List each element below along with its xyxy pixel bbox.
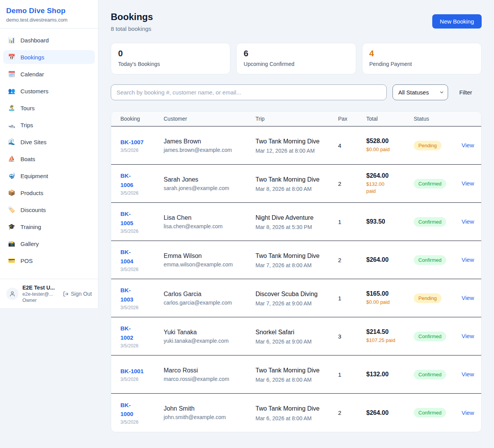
- view-link[interactable]: View: [462, 295, 474, 301]
- sidebar-item-label: Boats: [20, 156, 35, 162]
- sidebar-item-bookings[interactable]: 📅 Bookings: [3, 50, 95, 64]
- customer-name: Marco Rossi: [164, 367, 249, 374]
- user-role: Owner: [22, 298, 59, 303]
- credit-card-icon: 💳: [8, 257, 15, 264]
- sidebar-item-tours[interactable]: 🏝️ Tours: [3, 101, 95, 115]
- customer-name: Sarah Jones: [164, 176, 249, 183]
- view-link[interactable]: View: [462, 333, 474, 339]
- search-input[interactable]: [111, 84, 387, 100]
- view-link[interactable]: View: [462, 218, 474, 225]
- status-cell: Confirmed: [414, 255, 462, 265]
- booking-id-link[interactable]: BK-1000: [120, 401, 157, 419]
- sidebar-item-label: Dive Sites: [20, 139, 47, 145]
- user-email: e2e-tester@...: [22, 291, 59, 297]
- status-select[interactable]: All Statuses: [392, 84, 448, 100]
- column-header-customer: Customer: [164, 116, 255, 122]
- booking-id-link[interactable]: BK-1006: [120, 171, 157, 189]
- status-cell: Confirmed: [414, 179, 462, 189]
- booking-id-link[interactable]: BK-1004: [120, 248, 157, 266]
- booking-date: 3/5/2026: [120, 190, 157, 196]
- status-badge: Confirmed: [414, 408, 446, 418]
- customer-name: Emma Wilson: [164, 253, 249, 259]
- paid-amount: $107.25 paid: [366, 337, 397, 344]
- sign-out-button[interactable]: Sign Out: [63, 291, 92, 297]
- stat-value: 0: [118, 49, 223, 59]
- booking-date: 3/5/2026: [120, 148, 157, 153]
- paid-amount: $0.00 paid: [366, 146, 397, 153]
- sidebar-item-label: Training: [20, 224, 41, 230]
- actions-cell: View: [462, 256, 480, 263]
- booking-id-link[interactable]: BK-1005: [120, 209, 157, 227]
- booking-id-link[interactable]: BK-1002: [120, 324, 157, 342]
- sidebar-item-label: Customers: [20, 88, 49, 94]
- total-amount: $264.00: [366, 172, 408, 179]
- trip-name: Night Dive Adventure: [255, 213, 322, 222]
- paid-amount: $0.00 paid: [366, 299, 397, 306]
- trip-cell: Discover Scuba Diving Mar 7, 2026 at 9:0…: [255, 290, 338, 307]
- view-link[interactable]: View: [462, 180, 474, 187]
- status-select-wrap: All Statuses: [392, 84, 448, 100]
- customer-cell: Sarah Jones sarah.jones@example.com: [164, 176, 255, 191]
- sidebar-item-label: Tours: [20, 105, 35, 111]
- booking-cell: BK-1002 3/5/2026: [120, 324, 164, 349]
- booking-cell: BK-1003 3/5/2026: [120, 286, 164, 310]
- actions-cell: View: [462, 409, 480, 416]
- stat-label: Upcoming Confirmed: [244, 61, 349, 67]
- package-icon: 📦: [8, 189, 15, 196]
- sidebar-item-pos[interactable]: 💳 POS: [3, 254, 95, 268]
- total-amount: $93.50: [366, 218, 408, 225]
- booking-id-link[interactable]: BK-1003: [120, 286, 157, 304]
- trip-datetime: Mar 12, 2026 at 8:00 AM: [255, 148, 332, 154]
- new-booking-button[interactable]: New Booking: [432, 14, 482, 29]
- stat-value: 4: [369, 49, 474, 59]
- pax-cell: 3: [338, 333, 366, 340]
- trip-datetime: Mar 7, 2026 at 8:00 AM: [255, 262, 332, 268]
- view-link[interactable]: View: [462, 371, 474, 377]
- sidebar-item-label: Calendar: [20, 71, 44, 77]
- customer-cell: Lisa Chen lisa.chen@example.com: [164, 214, 255, 229]
- sidebar-item-label: Discounts: [20, 207, 46, 213]
- booking-date: 3/5/2026: [120, 229, 157, 234]
- sidebar-item-dive-sites[interactable]: 🌊 Dive Sites: [3, 135, 95, 149]
- trip-cell: Two Tank Morning Dive Mar 8, 2026 at 8:0…: [255, 175, 338, 192]
- sidebar-item-equipment[interactable]: 🤿 Equipment: [3, 169, 95, 183]
- table-row: BK-1003 3/5/2026 Carlos Garcia carlos.ga…: [111, 279, 481, 317]
- stat-label: Pending Payment: [369, 61, 474, 67]
- sidebar-item-dashboard[interactable]: 📊 Dashboard: [3, 33, 95, 47]
- status-cell: Pending: [414, 293, 462, 303]
- sidebar-item-discounts[interactable]: 🏷️ Discounts: [3, 203, 95, 217]
- page-header: Bookings 8 total bookings New Booking: [111, 12, 482, 32]
- filter-button[interactable]: Filter: [454, 86, 477, 99]
- table-row: BK-1002 3/5/2026 Yuki Tanaka yuki.tanaka…: [111, 317, 481, 355]
- actions-cell: View: [462, 333, 480, 340]
- view-link[interactable]: View: [462, 256, 474, 263]
- sidebar-item-gallery[interactable]: 📸 Gallery: [3, 237, 95, 251]
- trip-name: Two Tank Morning Dive: [255, 366, 322, 375]
- sidebar-item-calendar[interactable]: 🗓️ Calendar: [3, 67, 95, 81]
- stats-row: 0 Today's Bookings 6 Upcoming Confirmed …: [111, 43, 482, 74]
- total-cell: $132.00: [366, 371, 414, 378]
- graduation-cap-icon: 🎓: [8, 223, 15, 230]
- status-cell: Confirmed: [414, 370, 462, 379]
- bookings-table: Booking Customer Trip Pax Total Status B…: [111, 111, 482, 432]
- sidebar-item-products[interactable]: 📦 Products: [3, 186, 95, 200]
- sidebar-item-training[interactable]: 🎓 Training: [3, 220, 95, 234]
- trip-name: Two Tank Morning Dive: [255, 251, 322, 260]
- booking-id-link[interactable]: BK-1001: [120, 367, 157, 376]
- view-link[interactable]: View: [462, 409, 474, 416]
- view-link[interactable]: View: [462, 142, 474, 148]
- trip-cell: Two Tank Morning Dive Mar 6, 2026 at 8:0…: [255, 366, 338, 383]
- column-header-status: Status: [414, 116, 462, 122]
- trip-datetime: Mar 6, 2026 at 8:00 AM: [255, 377, 332, 383]
- total-amount: $214.50: [366, 328, 408, 335]
- total-amount: $132.00: [366, 371, 408, 378]
- status-cell: Confirmed: [414, 217, 462, 227]
- total-amount: $528.00: [366, 138, 408, 145]
- sidebar-item-boats[interactable]: ⛵ Boats: [3, 152, 95, 166]
- sidebar-item-customers[interactable]: 👥 Customers: [3, 84, 95, 98]
- sidebar-item-trips[interactable]: 🛥️ Trips: [3, 118, 95, 132]
- sidebar-item-label: Equipment: [20, 173, 48, 179]
- customer-email: james.brown@example.com: [164, 147, 249, 153]
- booking-cell: BK-1000 3/5/2026: [120, 401, 164, 425]
- booking-id-link[interactable]: BK-1007: [120, 138, 157, 147]
